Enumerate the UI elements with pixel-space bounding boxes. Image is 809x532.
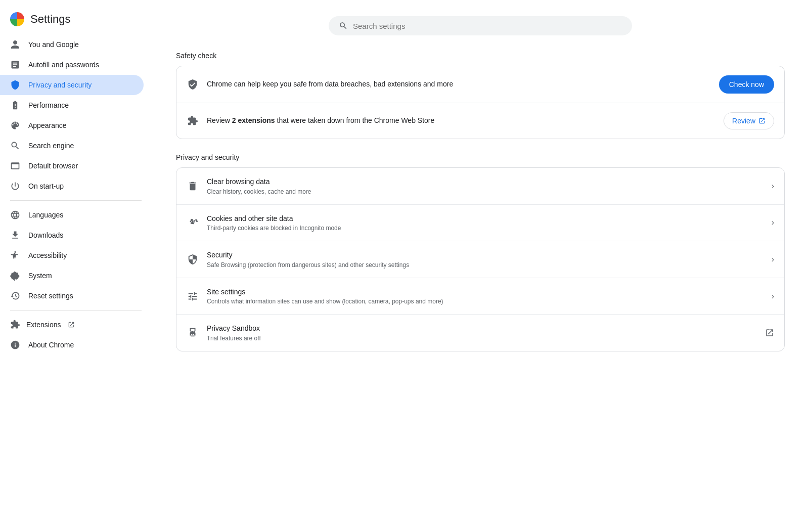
cookies-text: Cookies and other site data Third-party … [207,214,763,232]
language-icon [10,210,20,220]
site-settings-row[interactable]: Site settings Controls what information … [176,278,784,315]
sidebar-item-reset-settings[interactable]: Reset settings [0,286,144,306]
settings-icon [10,271,20,281]
sidebar-item-system[interactable]: System [0,265,144,286]
privacy-security-card: Clear browsing data Clear history, cooki… [176,167,785,351]
safety-breaches-action: Check now [719,75,774,94]
site-settings-chevron: › [772,292,774,301]
assignment-icon [10,60,20,70]
sidebar-label-extensions: Extensions [26,321,61,329]
sidebar-item-performance[interactable]: Performance [0,95,144,115]
sidebar-label-accessibility: Accessibility [28,251,67,259]
palette-icon [10,120,20,130]
safety-check-section: Safety check Chrome can help keep you sa… [176,52,785,139]
sidebar-label-autofill: Autofill and passwords [28,61,99,69]
sidebar-item-downloads[interactable]: Downloads [0,225,144,245]
sidebar-label-on-startup: On start-up [28,182,64,190]
extensions-review-action: Review [724,112,774,129]
sidebar-label-privacy-security: Privacy and security [28,81,92,89]
safety-check-row-breaches[interactable]: Chrome can help keep you safe from data … [176,66,784,103]
info-icon [10,340,20,350]
security-subtitle: Safe Browsing (protection from dangerous… [207,261,763,269]
privacy-sandbox-row[interactable]: Privacy Sandbox Trial features are off [176,315,784,351]
security-row[interactable]: Security Safe Browsing (protection from … [176,241,784,278]
sidebar-item-accessibility[interactable]: Accessibility [0,245,144,265]
person-icon [10,39,20,50]
review-button[interactable]: Review [724,112,774,129]
security-icon [187,253,199,265]
shield-icon [10,80,20,90]
browser-icon [10,161,20,171]
extension-warning-icon [187,115,199,127]
sidebar-item-on-startup[interactable]: On start-up [0,176,144,196]
sidebar-label-languages: Languages [28,211,63,219]
cookie-icon [187,216,199,229]
safety-check-card: Chrome can help keep you safe from data … [176,66,785,139]
privacy-sandbox-external-icon [765,328,774,337]
sidebar-item-default-browser[interactable]: Default browser [0,156,144,176]
search-bar [329,16,632,35]
site-settings-text: Site settings Controls what information … [207,287,763,305]
sidebar-divider-1 [10,200,142,201]
cookies-subtitle: Third-party cookies are blocked in Incog… [207,225,763,232]
search-icon [10,141,20,151]
cookies-row[interactable]: Cookies and other site data Third-party … [176,205,784,242]
sidebar-item-autofill[interactable]: Autofill and passwords [0,55,144,75]
clear-browsing-subtitle: Clear history, cookies, cache and more [207,188,763,195]
sidebar-label-you-and-google: You and Google [28,40,79,49]
sidebar-label-search-engine: Search engine [28,142,74,150]
sidebar-item-privacy-security[interactable]: Privacy and security [0,75,144,95]
security-title: Security [207,250,763,260]
check-now-button[interactable]: Check now [719,75,774,94]
history-icon [10,291,20,301]
sidebar-label-performance: Performance [28,101,69,109]
delete-icon [187,180,199,192]
sidebar-item-extensions[interactable]: Extensions [0,315,144,335]
review-external-icon [758,117,766,124]
sidebar-item-appearance[interactable]: Appearance [0,115,144,136]
sidebar-item-search-engine[interactable]: Search engine [0,136,144,156]
sidebar-label-default-browser: Default browser [28,162,78,170]
sidebar-divider-2 [10,310,142,311]
clear-browsing-title: Clear browsing data [207,177,763,187]
chrome-logo-icon [10,12,24,26]
privacy-security-section: Privacy and security Clear browsing data… [176,153,785,351]
tune-icon [187,290,199,302]
extensions-review-title: Review 2 extensions that were taken down… [207,116,715,126]
power-icon [10,181,20,191]
sidebar-label-reset-settings: Reset settings [28,292,73,300]
main-content: Safety check Chrome can help keep you sa… [152,0,809,532]
privacy-security-title: Privacy and security [176,153,785,161]
extension-icon [10,320,20,330]
security-text: Security Safe Browsing (protection from … [207,250,763,269]
site-settings-subtitle: Controls what information sites can use … [207,298,763,305]
safety-check-title: Safety check [176,52,785,60]
clear-browsing-text: Clear browsing data Clear history, cooki… [207,177,763,195]
clear-browsing-chevron: › [772,182,774,191]
search-input[interactable] [353,22,622,30]
privacy-sandbox-text: Privacy Sandbox Trial features are off [207,324,757,342]
app-title: Settings [30,13,71,26]
speed-icon [10,100,20,110]
svg-point-1 [190,221,192,223]
svg-point-0 [14,251,16,253]
shield-check-icon [187,78,199,91]
extensions-review-text: Review 2 extensions that were taken down… [207,116,715,126]
safety-breaches-title: Chrome can help keep you safe from data … [207,79,711,90]
accessibility-icon [10,250,20,260]
extensions-count: 2 extensions [232,116,275,124]
sidebar-item-languages[interactable]: Languages [0,205,144,225]
cookies-title: Cookies and other site data [207,214,763,224]
sidebar-label-appearance: Appearance [28,121,67,129]
sidebar-label-downloads: Downloads [28,231,63,239]
cookies-chevron: › [772,218,774,227]
safety-breaches-text: Chrome can help keep you safe from data … [207,79,711,90]
sidebar-item-you-and-google[interactable]: You and Google [0,34,144,55]
site-settings-title: Site settings [207,287,763,297]
safety-check-row-extensions[interactable]: Review 2 extensions that were taken down… [176,103,784,139]
security-chevron: › [772,255,774,264]
sidebar-item-about-chrome[interactable]: About Chrome [0,335,144,355]
clear-browsing-row[interactable]: Clear browsing data Clear history, cooki… [176,168,784,205]
sidebar-label-system: System [28,272,52,280]
extensions-external-icon [68,321,75,328]
